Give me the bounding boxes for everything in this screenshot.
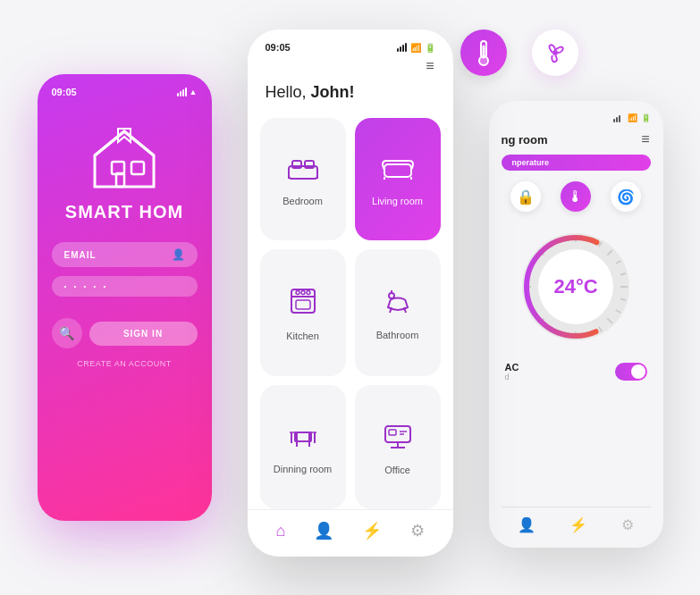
svg-point-14 (301, 291, 305, 295)
svg-rect-8 (384, 164, 411, 177)
home-nav-icon[interactable]: ⌂ (275, 522, 285, 541)
temp-dial[interactable]: 24°C (513, 224, 638, 349)
left-signal-icons: ▲ (177, 88, 198, 96)
room-title: ng room (502, 133, 548, 147)
kitchen-label: Kitchen (286, 331, 319, 341)
center-time: 09:05 (266, 42, 291, 53)
right-bottom-nav: 👤 ⚡ ⚙ (502, 507, 651, 533)
bathroom-card[interactable]: Bathroom (355, 249, 441, 375)
center-status-icons: 📶 🔋 (397, 43, 435, 53)
signal-bars (177, 88, 187, 96)
svg-point-63 (552, 50, 558, 55)
wifi-icon: ▲ (190, 88, 198, 96)
bedroom-card[interactable]: Bedroom (260, 118, 346, 240)
center-status-bar: 09:05 📶 🔋 (248, 29, 453, 58)
scene: 09:05 ▲ SMART HOM EMAIL 👤 (38, 21, 663, 574)
float-fan-icon (532, 29, 578, 76)
right-lightning-nav[interactable]: ⚡ (569, 516, 587, 533)
email-field[interactable]: EMAIL 👤 (52, 242, 198, 267)
password-field[interactable]: • • • • • (52, 276, 198, 297)
svg-rect-1 (131, 162, 144, 174)
lock-button[interactable]: 🔒 (510, 181, 541, 212)
center-bottom-nav: ⌂ 👤 ⚡ ⚙ (248, 509, 453, 557)
float-thermometer-icon (460, 29, 507, 76)
svg-rect-12 (291, 296, 315, 298)
sign-in-button[interactable]: SIGN IN (89, 322, 198, 346)
svg-point-17 (389, 293, 394, 298)
create-account-link[interactable]: CREATE AN ACCOUNT (77, 359, 171, 368)
right-wifi: 📶 (628, 113, 637, 122)
brand-text: SMART HOM (65, 202, 183, 222)
greeting: Hello, John! (248, 83, 453, 118)
temp-badge: nperature (502, 155, 651, 171)
rooms-grid: Bedroom Living room (248, 118, 453, 509)
password-dots: • • • • • (64, 282, 109, 290)
office-card[interactable]: Office (355, 385, 441, 509)
house-icon (84, 124, 164, 191)
living-room-label: Living room (372, 196, 423, 206)
control-row: 🔒 🌡 🌀 (502, 181, 651, 212)
dining-room-card[interactable]: Dinning room (260, 385, 346, 509)
ac-sub: d (505, 373, 519, 381)
ac-info: AC d (505, 362, 519, 381)
menu-icon[interactable]: ≡ (248, 58, 453, 83)
svg-rect-16 (296, 300, 310, 309)
ac-label: AC (505, 362, 519, 373)
right-menu[interactable]: ≡ (641, 131, 650, 147)
right-signal (613, 113, 620, 122)
living-room-card[interactable]: Living room (355, 118, 441, 240)
ac-toggle[interactable] (615, 363, 647, 381)
lightning-nav-icon[interactable]: ⚡ (362, 521, 382, 541)
temp-button[interactable]: 🌡 (561, 181, 591, 212)
dining-room-label: Dinning room (274, 464, 332, 474)
svg-point-13 (296, 291, 299, 295)
phone-center: 09:05 📶 🔋 ≡ Hello, John! (248, 29, 453, 557)
temperature-value: 24°C (553, 275, 597, 298)
bathroom-icon (383, 288, 413, 321)
dining-room-icon (286, 423, 320, 455)
user-icon: 👤 (172, 248, 185, 261)
right-status-bar: 📶 🔋 (502, 113, 651, 122)
kitchen-icon (289, 287, 317, 322)
user-name: John! (311, 83, 355, 101)
living-room-icon (381, 155, 415, 187)
fan-button[interactable]: 🌀 (611, 181, 641, 212)
left-time: 09:05 (52, 87, 77, 97)
greeting-text: Hello, (266, 83, 311, 101)
left-status-bar: 09:05 ▲ (52, 87, 198, 97)
right-header: ng room ≡ (502, 131, 651, 147)
right-battery: 🔋 (641, 113, 651, 122)
office-label: Office (384, 465, 410, 475)
office-icon (382, 423, 414, 456)
right-settings-nav[interactable]: ⚙ (621, 516, 634, 533)
bathroom-label: Bathroom (376, 330, 419, 340)
wifi-center: 📶 (410, 43, 421, 53)
user-nav-icon[interactable]: 👤 (314, 521, 333, 541)
settings-nav-icon[interactable]: ⚙ (410, 521, 425, 541)
bedroom-label: Bedroom (283, 196, 323, 206)
bedroom-icon (287, 155, 319, 187)
battery-center: 🔋 (425, 43, 435, 53)
phone-left: 09:05 ▲ SMART HOM EMAIL 👤 (38, 74, 212, 521)
search-button[interactable]: 🔍 (52, 318, 82, 348)
right-user-nav[interactable]: 👤 (518, 516, 536, 533)
ac-row: AC d (502, 362, 651, 381)
phone-right: 📶 🔋 ng room ≡ nperature 🔒 🌡 🌀 (489, 101, 663, 548)
search-row: 🔍 SIGN IN (52, 318, 198, 348)
svg-rect-30 (389, 430, 396, 435)
kitchen-card[interactable]: Kitchen (260, 249, 346, 375)
svg-point-15 (307, 291, 310, 295)
signal-bars-center (397, 43, 407, 52)
email-label: EMAIL (64, 250, 97, 260)
